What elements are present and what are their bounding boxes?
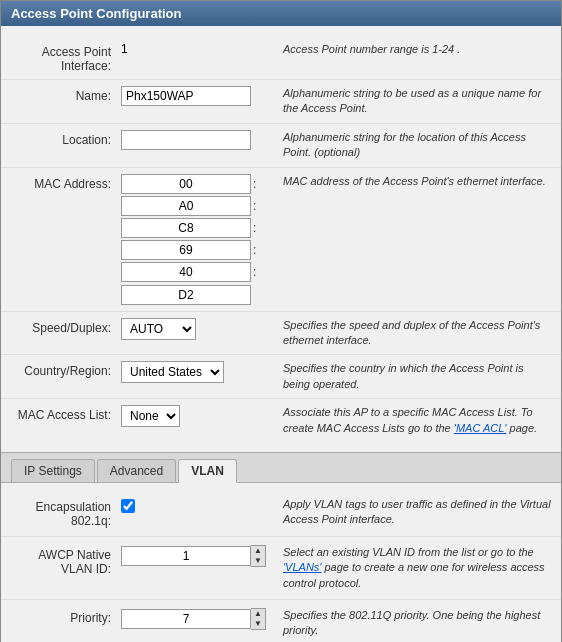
- tab-vlan[interactable]: VLAN: [178, 459, 237, 483]
- country-region-row: Country/Region: United States Canada Eur…: [1, 355, 561, 399]
- mac-address-desc: MAC address of the Access Point's ethern…: [271, 174, 551, 189]
- mac-octet-3[interactable]: [121, 218, 251, 238]
- mac-address-inputs: : : : : :: [121, 174, 271, 305]
- mac-address-row: MAC Address: : : : : : MAC a: [1, 168, 561, 312]
- mac-access-list-select[interactable]: None: [121, 405, 180, 427]
- access-point-interface-value: 1: [121, 42, 271, 56]
- access-point-interface-desc: Access Point number range is 1-24 .: [271, 42, 551, 57]
- native-vlan-desc-suffix: page to create a new one for wireless ac…: [283, 561, 545, 588]
- native-vlan-label: AWCP Native VLAN ID:: [11, 545, 121, 576]
- window-title: Access Point Configuration: [11, 6, 181, 21]
- native-vlan-input[interactable]: [121, 546, 251, 566]
- native-vlan-stepper-buttons: ▲ ▼: [251, 545, 266, 567]
- country-region-label: Country/Region:: [11, 361, 121, 378]
- mac-sep-1: :: [253, 177, 256, 191]
- title-bar: Access Point Configuration: [1, 1, 561, 26]
- mac-sep-2: :: [253, 199, 256, 213]
- native-vlan-input-wrap: ▲ ▼: [121, 545, 271, 567]
- priority-desc: Specifies the 802.11Q priority. One bein…: [271, 608, 551, 639]
- main-window: Access Point Configuration Access Point …: [0, 0, 562, 642]
- name-row: Name: Alphanumeric string to be used as …: [1, 80, 561, 124]
- name-label: Name:: [11, 86, 121, 103]
- tabs-row: IP Settings Advanced VLAN: [1, 452, 561, 483]
- name-input-wrap: [121, 86, 271, 106]
- native-vlan-stepper: ▲ ▼: [121, 545, 271, 567]
- mac-octet-6[interactable]: [121, 285, 251, 305]
- encapsulation-row: Encapsulation 802.1q: Apply VLAN tags to…: [1, 489, 561, 537]
- priority-down-button[interactable]: ▼: [251, 619, 265, 629]
- native-vlan-up-button[interactable]: ▲: [251, 546, 265, 556]
- priority-label: Priority:: [11, 608, 121, 625]
- native-vlan-row: AWCP Native VLAN ID: ▲ ▼ Select an exist…: [1, 537, 561, 600]
- speed-duplex-row: Speed/Duplex: AUTO 10 Half 10 Full 100 H…: [1, 312, 561, 356]
- encapsulation-checkbox-wrap: [121, 497, 271, 516]
- name-input[interactable]: [121, 86, 251, 106]
- country-region-select-wrap: United States Canada Europe: [121, 361, 271, 383]
- name-desc: Alphanumeric string to be used as a uniq…: [271, 86, 551, 117]
- location-input[interactable]: [121, 130, 251, 150]
- mac-sep-3: :: [253, 221, 256, 235]
- native-vlan-desc: Select an existing VLAN ID from the list…: [271, 545, 551, 591]
- country-region-select[interactable]: United States Canada Europe: [121, 361, 224, 383]
- speed-duplex-select[interactable]: AUTO 10 Half 10 Full 100 Half 100 Full: [121, 318, 196, 340]
- mac-access-list-select-wrap: None: [121, 405, 271, 427]
- tab-ip-settings[interactable]: IP Settings: [11, 459, 95, 482]
- mac-acl-link[interactable]: 'MAC ACL': [454, 422, 507, 434]
- location-row: Location: Alphanumeric string for the lo…: [1, 124, 561, 168]
- native-vlan-desc-prefix: Select an existing VLAN ID from the list…: [283, 546, 534, 558]
- speed-duplex-desc: Specifies the speed and duplex of the Ac…: [271, 318, 551, 349]
- priority-row: Priority: ▲ ▼ Specifies the 802.11Q prio…: [1, 600, 561, 642]
- mac-access-list-desc: Associate this AP to a specific MAC Acce…: [271, 405, 551, 436]
- mac-octet-5[interactable]: [121, 262, 251, 282]
- speed-duplex-label: Speed/Duplex:: [11, 318, 121, 335]
- mac-octet-1[interactable]: [121, 174, 251, 194]
- access-point-interface-label: Access Point Interface:: [11, 42, 121, 73]
- location-label: Location:: [11, 130, 121, 147]
- form-area: Access Point Interface: 1 Access Point n…: [1, 26, 561, 452]
- mac-address-label: MAC Address:: [11, 174, 121, 191]
- mac-octet-2[interactable]: [121, 196, 251, 216]
- country-region-desc: Specifies the country in which the Acces…: [271, 361, 551, 392]
- mac-octet-4[interactable]: [121, 240, 251, 260]
- mac-access-list-row: MAC Access List: None Associate this AP …: [1, 399, 561, 442]
- mac-sep-5: :: [253, 265, 256, 279]
- vlans-link[interactable]: 'VLANs': [283, 561, 321, 573]
- priority-stepper-buttons: ▲ ▼: [251, 608, 266, 630]
- vlan-area: Encapsulation 802.1q: Apply VLAN tags to…: [1, 483, 561, 642]
- location-desc: Alphanumeric string for the location of …: [271, 130, 551, 161]
- encapsulation-checkbox[interactable]: [121, 499, 135, 513]
- mac-sep-4: :: [253, 243, 256, 257]
- mac-access-list-label: MAC Access List:: [11, 405, 121, 422]
- priority-input[interactable]: [121, 609, 251, 629]
- encapsulation-label: Encapsulation 802.1q:: [11, 497, 121, 528]
- speed-duplex-select-wrap: AUTO 10 Half 10 Full 100 Half 100 Full: [121, 318, 271, 340]
- tab-advanced[interactable]: Advanced: [97, 459, 176, 482]
- encapsulation-desc: Apply VLAN tags to user traffic as defin…: [271, 497, 551, 528]
- location-input-wrap: [121, 130, 271, 150]
- priority-input-wrap: ▲ ▼: [121, 608, 271, 630]
- priority-up-button[interactable]: ▲: [251, 609, 265, 619]
- priority-stepper: ▲ ▼: [121, 608, 271, 630]
- native-vlan-down-button[interactable]: ▼: [251, 556, 265, 566]
- access-point-interface-row: Access Point Interface: 1 Access Point n…: [1, 36, 561, 80]
